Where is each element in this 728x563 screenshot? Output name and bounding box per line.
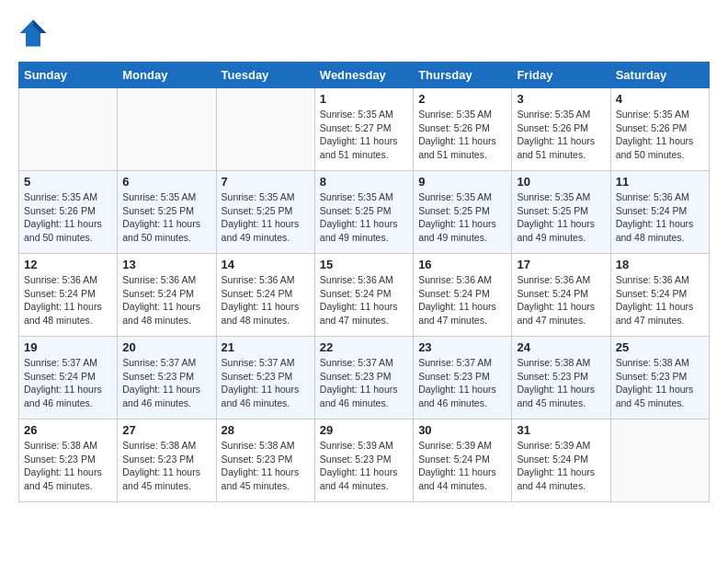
day-number: 30 (418, 423, 506, 437)
calendar-cell: 8Sunrise: 5:35 AM Sunset: 5:25 PM Daylig… (314, 171, 413, 254)
day-number: 15 (320, 258, 408, 271)
day-header-tuesday: Tuesday (216, 63, 314, 88)
calendar-cell: 20Sunrise: 5:37 AM Sunset: 5:23 PM Dayli… (118, 337, 216, 419)
day-info: Sunrise: 5:37 AM Sunset: 5:23 PM Dayligh… (320, 356, 408, 410)
day-number: 12 (24, 258, 112, 271)
calendar-cell (610, 419, 709, 502)
day-number: 14 (222, 258, 310, 271)
day-number: 5 (24, 175, 112, 189)
day-info: Sunrise: 5:35 AM Sunset: 5:25 PM Dayligh… (517, 190, 605, 245)
day-info: Sunrise: 5:37 AM Sunset: 5:23 PM Dayligh… (122, 356, 210, 410)
day-info: Sunrise: 5:38 AM Sunset: 5:23 PM Dayligh… (122, 439, 210, 493)
calendar-cell (216, 88, 314, 171)
day-info: Sunrise: 5:35 AM Sunset: 5:25 PM Dayligh… (122, 190, 210, 245)
day-number: 17 (517, 258, 605, 271)
calendar-cell: 18Sunrise: 5:36 AM Sunset: 5:24 PM Dayli… (610, 254, 709, 337)
calendar-cell: 7Sunrise: 5:35 AM Sunset: 5:25 PM Daylig… (216, 171, 314, 254)
day-info: Sunrise: 5:39 AM Sunset: 5:24 PM Dayligh… (418, 439, 506, 493)
day-number: 28 (222, 423, 310, 437)
calendar-cell: 6Sunrise: 5:35 AM Sunset: 5:25 PM Daylig… (118, 171, 216, 254)
day-number: 21 (222, 340, 310, 354)
calendar-week-row: 26Sunrise: 5:38 AM Sunset: 5:23 PM Dayli… (19, 419, 710, 502)
calendar-week-row: 1Sunrise: 5:35 AM Sunset: 5:27 PM Daylig… (19, 88, 710, 171)
calendar-cell: 11Sunrise: 5:36 AM Sunset: 5:24 PM Dayli… (610, 171, 709, 254)
day-number: 20 (122, 340, 210, 354)
calendar-cell: 13Sunrise: 5:36 AM Sunset: 5:24 PM Dayli… (118, 254, 216, 337)
day-number: 16 (418, 258, 506, 271)
calendar-cell: 1Sunrise: 5:35 AM Sunset: 5:27 PM Daylig… (314, 88, 413, 171)
day-header-sunday: Sunday (19, 63, 118, 88)
day-info: Sunrise: 5:38 AM Sunset: 5:23 PM Dayligh… (222, 439, 310, 493)
calendar-table: SundayMondayTuesdayWednesdayThursdayFrid… (18, 62, 710, 502)
calendar-cell (19, 88, 118, 171)
calendar-cell: 27Sunrise: 5:38 AM Sunset: 5:23 PM Dayli… (118, 419, 216, 502)
calendar-cell: 23Sunrise: 5:37 AM Sunset: 5:23 PM Dayli… (414, 337, 512, 419)
day-info: Sunrise: 5:35 AM Sunset: 5:26 PM Dayligh… (418, 108, 506, 162)
day-number: 18 (616, 258, 704, 271)
day-number: 22 (320, 340, 408, 354)
calendar-cell: 3Sunrise: 5:35 AM Sunset: 5:26 PM Daylig… (512, 88, 610, 171)
day-info: Sunrise: 5:37 AM Sunset: 5:24 PM Dayligh… (24, 356, 112, 410)
calendar-cell (118, 88, 216, 171)
day-info: Sunrise: 5:36 AM Sunset: 5:24 PM Dayligh… (222, 273, 310, 327)
calendar-cell: 19Sunrise: 5:37 AM Sunset: 5:24 PM Dayli… (19, 337, 118, 419)
day-header-wednesday: Wednesday (314, 63, 413, 88)
day-number: 7 (222, 175, 310, 189)
day-info: Sunrise: 5:35 AM Sunset: 5:25 PM Dayligh… (320, 190, 408, 245)
calendar-cell: 29Sunrise: 5:39 AM Sunset: 5:23 PM Dayli… (314, 419, 413, 502)
day-info: Sunrise: 5:35 AM Sunset: 5:25 PM Dayligh… (418, 190, 506, 245)
calendar-cell: 15Sunrise: 5:36 AM Sunset: 5:24 PM Dayli… (314, 254, 413, 337)
day-number: 23 (418, 340, 506, 354)
day-number: 31 (517, 423, 605, 437)
calendar-week-row: 5Sunrise: 5:35 AM Sunset: 5:26 PM Daylig… (19, 171, 710, 254)
day-number: 6 (122, 175, 210, 189)
day-number: 3 (517, 92, 605, 106)
day-info: Sunrise: 5:37 AM Sunset: 5:23 PM Dayligh… (418, 356, 506, 410)
day-number: 11 (616, 175, 704, 189)
calendar-cell: 25Sunrise: 5:38 AM Sunset: 5:23 PM Dayli… (610, 337, 709, 419)
day-number: 1 (320, 92, 408, 106)
day-info: Sunrise: 5:36 AM Sunset: 5:24 PM Dayligh… (24, 273, 112, 327)
calendar-cell: 4Sunrise: 5:35 AM Sunset: 5:26 PM Daylig… (610, 88, 709, 171)
calendar-cell: 22Sunrise: 5:37 AM Sunset: 5:23 PM Dayli… (314, 337, 413, 419)
day-number: 24 (517, 340, 605, 354)
day-info: Sunrise: 5:36 AM Sunset: 5:24 PM Dayligh… (616, 273, 704, 327)
calendar-cell: 31Sunrise: 5:39 AM Sunset: 5:24 PM Dayli… (512, 419, 610, 502)
day-number: 2 (418, 92, 506, 106)
day-info: Sunrise: 5:38 AM Sunset: 5:23 PM Dayligh… (517, 356, 605, 410)
calendar-cell: 21Sunrise: 5:37 AM Sunset: 5:23 PM Dayli… (216, 337, 314, 419)
day-info: Sunrise: 5:36 AM Sunset: 5:24 PM Dayligh… (418, 273, 506, 327)
calendar-cell: 17Sunrise: 5:36 AM Sunset: 5:24 PM Dayli… (512, 254, 610, 337)
day-info: Sunrise: 5:35 AM Sunset: 5:26 PM Dayligh… (616, 108, 704, 162)
day-info: Sunrise: 5:38 AM Sunset: 5:23 PM Dayligh… (24, 439, 112, 493)
calendar-cell: 9Sunrise: 5:35 AM Sunset: 5:25 PM Daylig… (414, 171, 512, 254)
day-number: 19 (24, 340, 112, 354)
day-number: 26 (24, 423, 112, 437)
day-number: 13 (122, 258, 210, 271)
day-number: 8 (320, 175, 408, 189)
calendar-header-row: SundayMondayTuesdayWednesdayThursdayFrid… (19, 63, 710, 88)
day-info: Sunrise: 5:35 AM Sunset: 5:25 PM Dayligh… (222, 190, 310, 245)
day-number: 4 (616, 92, 704, 106)
day-info: Sunrise: 5:35 AM Sunset: 5:26 PM Dayligh… (517, 108, 605, 162)
calendar-cell: 14Sunrise: 5:36 AM Sunset: 5:24 PM Dayli… (216, 254, 314, 337)
calendar-cell: 28Sunrise: 5:38 AM Sunset: 5:23 PM Dayli… (216, 419, 314, 502)
calendar-cell: 5Sunrise: 5:35 AM Sunset: 5:26 PM Daylig… (19, 171, 118, 254)
day-info: Sunrise: 5:37 AM Sunset: 5:23 PM Dayligh… (222, 356, 310, 410)
day-header-friday: Friday (512, 63, 610, 88)
calendar-week-row: 19Sunrise: 5:37 AM Sunset: 5:24 PM Dayli… (19, 337, 710, 419)
day-info: Sunrise: 5:38 AM Sunset: 5:23 PM Dayligh… (616, 356, 704, 410)
calendar-cell: 12Sunrise: 5:36 AM Sunset: 5:24 PM Dayli… (19, 254, 118, 337)
day-info: Sunrise: 5:36 AM Sunset: 5:24 PM Dayligh… (320, 273, 408, 327)
day-number: 10 (517, 175, 605, 189)
page-header (18, 18, 710, 48)
day-number: 9 (418, 175, 506, 189)
calendar-cell: 2Sunrise: 5:35 AM Sunset: 5:26 PM Daylig… (414, 88, 512, 171)
calendar-cell: 26Sunrise: 5:38 AM Sunset: 5:23 PM Dayli… (19, 419, 118, 502)
day-number: 29 (320, 423, 408, 437)
logo (18, 18, 50, 48)
calendar-week-row: 12Sunrise: 5:36 AM Sunset: 5:24 PM Dayli… (19, 254, 710, 337)
day-number: 25 (616, 340, 704, 354)
day-info: Sunrise: 5:35 AM Sunset: 5:27 PM Dayligh… (320, 108, 408, 162)
day-info: Sunrise: 5:36 AM Sunset: 5:24 PM Dayligh… (122, 273, 210, 327)
